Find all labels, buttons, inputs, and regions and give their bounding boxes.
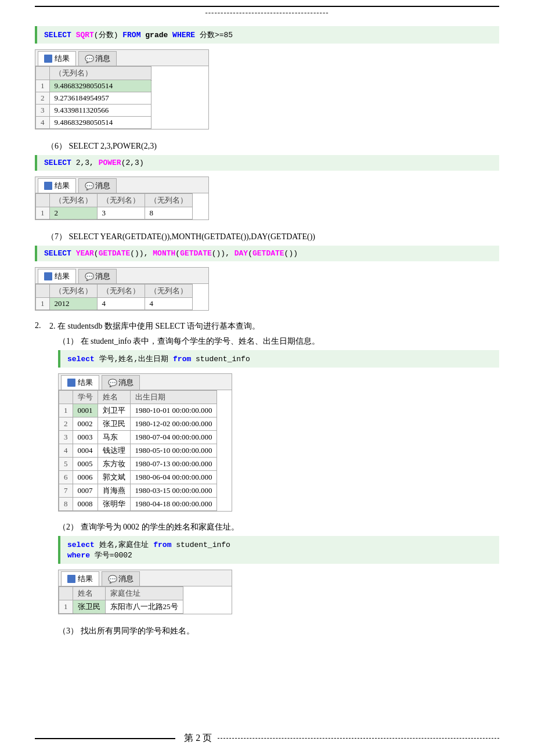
table-row: 3 9.4339811320566 xyxy=(36,105,151,117)
table-row: 7 0007 肖海燕 1980-03-15 00:00:00.000 xyxy=(59,484,217,498)
student-result-table: 学号 姓名 出生日期 1 0001 刘卫平 1980-10-01 00:00:0… xyxy=(59,390,217,511)
student-name-1: 刘卫平 xyxy=(98,404,130,417)
table-icon xyxy=(44,182,52,190)
table-row: 2 0002 张卫民 1980-12-02 00:00:00.000 xyxy=(59,417,217,431)
sqrt-row-num-header xyxy=(36,67,50,80)
kw-where2: where xyxy=(67,551,90,560)
sqrt-result-tab[interactable]: 结果 xyxy=(38,51,76,66)
table-row: 1 0001 刘卫平 1980-10-01 00:00:00.000 xyxy=(59,404,217,417)
table-row: 2 9.2736184954957 xyxy=(36,92,151,105)
student2-message-tab[interactable]: 💬 消息 xyxy=(102,571,140,586)
msg-icon: 💬 xyxy=(85,272,93,280)
sqrt-val-1: 9.48683298050514 xyxy=(49,80,151,92)
getdate-message-tab[interactable]: 💬 消息 xyxy=(78,269,117,283)
power-col1: （无列名） xyxy=(49,194,97,207)
row-num: 1 xyxy=(36,207,50,219)
getdate-result-tab[interactable]: 结果 xyxy=(38,269,76,283)
power-result-tab[interactable]: 结果 xyxy=(38,178,76,193)
row-num: 6 xyxy=(59,471,73,484)
msg-icon: 💬 xyxy=(108,379,116,387)
row-num: 3 xyxy=(36,105,50,117)
table-icon xyxy=(67,575,75,583)
student2-col2: 家庭住址 xyxy=(105,587,183,600)
power-args: 2,3, xyxy=(76,159,94,167)
row-num: 4 xyxy=(36,117,50,129)
row-num: 7 xyxy=(59,484,73,498)
power-result-table: （无列名） （无列名） （无列名） 1 2 3 8 xyxy=(35,193,193,219)
fn-year: YEAR xyxy=(76,249,94,258)
row-num: 1 xyxy=(36,80,50,92)
fn-power: POWER xyxy=(99,159,121,167)
power-val-1: 2 xyxy=(49,207,97,219)
power-val-3: 8 xyxy=(145,207,192,219)
msg-icon: 💬 xyxy=(85,55,93,63)
student-dob-6: 1980-06-04 00:00:00.000 xyxy=(130,471,217,484)
sqrt-args: (分数) xyxy=(94,31,122,39)
getdate-val-1: 2012 xyxy=(49,298,97,310)
kw-from2: from xyxy=(173,355,191,363)
sqrt-val-3: 9.4339811320566 xyxy=(49,105,151,117)
fn-getdate1: GETDATE xyxy=(99,249,131,258)
message-label: 消息 xyxy=(118,377,134,388)
page-container: ----------------------------------------… xyxy=(0,0,534,756)
student-id-3: 0003 xyxy=(73,431,98,444)
message-label: 消息 xyxy=(118,574,134,584)
getdate-col3: （无列名） xyxy=(145,285,192,298)
getdate-row-header xyxy=(36,285,50,298)
page-number: 第 2 页 xyxy=(181,732,215,744)
getdate-col1: （无列名） xyxy=(49,285,97,298)
sqrt-message-tab[interactable]: 💬 消息 xyxy=(78,51,117,66)
day-args: ( xyxy=(248,249,252,258)
query6-label: （6） SELECT 2,3,POWER(2,3) xyxy=(46,141,499,152)
table-row: 6 0006 郭文斌 1980-06-04 00:00:00.000 xyxy=(59,471,217,484)
getdate-paren1: ()), xyxy=(130,249,148,258)
where-cond1: 分数>=85 xyxy=(200,31,233,39)
getdate-col2: （无列名） xyxy=(97,285,145,298)
sqrt-val-4: 9.48683298050514 xyxy=(49,117,151,129)
table-icon xyxy=(44,55,52,63)
student-name-7: 肖海燕 xyxy=(98,484,130,498)
student-cols: 学号,姓名,出生日期 xyxy=(99,355,173,363)
row-num: 8 xyxy=(59,498,73,511)
power-sql-block: SELECT 2,3, POWER(2,3) xyxy=(35,155,499,171)
top-dashes: ---------------------------------------- xyxy=(35,8,499,17)
getdate-result-table: （无列名） （无列名） （无列名） 1 2012 4 4 xyxy=(35,284,193,310)
row-num: 1 xyxy=(59,404,73,417)
table-row: 8 0008 张明华 1980-04-18 00:00:00.000 xyxy=(59,498,217,511)
table-row: 4 9.48683298050514 xyxy=(36,117,151,129)
footer-line-right xyxy=(218,738,499,739)
student-table: student_info xyxy=(196,355,250,363)
student2-name-1: 张卫民 xyxy=(73,600,105,614)
student-col2: 姓名 xyxy=(98,391,130,404)
power-val-2: 3 xyxy=(97,207,145,219)
getdate-result-area: 结果 💬 消息 （无列名） （无列名） （无列名） 1 2012 xyxy=(35,267,209,311)
power-message-tab[interactable]: 💬 消息 xyxy=(78,178,117,193)
fn-getdate2: GETDATE xyxy=(180,249,212,258)
fn-month: MONTH xyxy=(153,249,175,258)
student2-row-header xyxy=(59,587,73,600)
student-name-2: 张卫民 xyxy=(98,417,130,431)
row-num: 5 xyxy=(59,458,73,471)
section2-label: 2. 在 studentsdb 数据库中使用 SELECT 语句进行基本查询。 xyxy=(49,321,260,332)
result-label: 结果 xyxy=(78,574,93,584)
getdate-val-2: 4 xyxy=(97,298,145,310)
top-line xyxy=(35,6,499,7)
table-row: 1 张卫民 东阳市八一北路25号 xyxy=(59,600,183,614)
row-num: 2 xyxy=(59,417,73,431)
kw-from3: from xyxy=(153,541,171,549)
student-id-8: 0008 xyxy=(73,498,98,511)
student2-result-tab[interactable]: 结果 xyxy=(61,571,99,586)
student2-result-tabs: 结果 💬 消息 xyxy=(59,570,232,586)
result-label: 结果 xyxy=(55,181,70,191)
student-result-tab[interactable]: 结果 xyxy=(61,375,99,390)
student-col1: 学号 xyxy=(73,391,98,404)
table-row: 1 2 3 8 xyxy=(36,207,193,219)
msg-icon: 💬 xyxy=(85,182,93,190)
student-message-tab[interactable]: 💬 消息 xyxy=(102,375,140,390)
row-num: 4 xyxy=(59,444,73,458)
student-name-5: 东方妆 xyxy=(98,458,130,471)
kw-select5: select xyxy=(67,541,95,549)
student-col3: 出生日期 xyxy=(130,391,217,404)
sqrt-sql-block: SELECT SQRT(分数) FROM grade WHERE 分数>=85 xyxy=(35,26,499,44)
result-label: 结果 xyxy=(55,53,70,64)
